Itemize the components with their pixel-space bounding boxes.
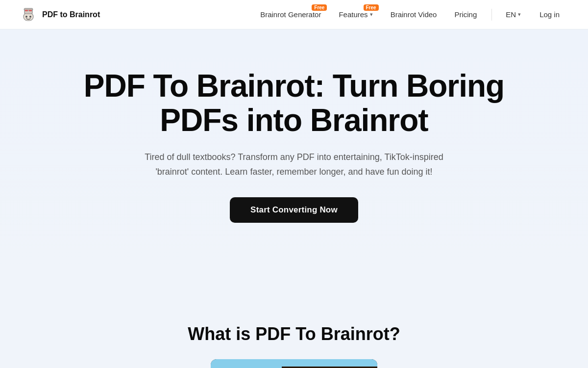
nav-links: Free Brainrot Generator Free Features ▾ …: [253, 7, 568, 22]
nav-label-features: Features: [339, 10, 368, 19]
video-preview-svg: [211, 359, 377, 368]
svg-rect-3: [25, 10, 28, 11]
cta-button[interactable]: Start Converting Now: [230, 197, 358, 223]
hero-subtitle: Tired of dull textbooks? Transform any P…: [137, 150, 451, 180]
language-selector[interactable]: EN ▾: [500, 7, 527, 22]
logo-icon: [20, 6, 37, 24]
nav-label-pricing: Pricing: [454, 10, 477, 19]
badge-free-generator: Free: [312, 4, 327, 11]
lang-chevron-icon: ▾: [518, 11, 521, 18]
what-section: What is PDF To Brainrot?: [0, 299, 588, 368]
hero-section: PDF To Brainrot: Turn Boring PDFs into B…: [0, 29, 588, 299]
nav-item-pricing[interactable]: Pricing: [447, 7, 484, 22]
navbar: PDF to Brainrot Free Brainrot Generator …: [0, 0, 588, 29]
brand-name: PDF to Brainrot: [42, 10, 100, 19]
nav-item-brainrot-generator[interactable]: Free Brainrot Generator: [253, 7, 328, 22]
nav-divider: [491, 9, 492, 21]
badge-free-features: Free: [364, 4, 379, 11]
language-label: EN: [506, 10, 516, 19]
nav-label-brainrot-video: Brainrot Video: [391, 10, 437, 19]
nav-label-brainrot-generator: Brainrot Generator: [260, 10, 321, 19]
svg-rect-4: [29, 10, 32, 11]
login-button[interactable]: Log in: [531, 7, 568, 22]
nav-item-features[interactable]: Free Features ▾: [332, 7, 379, 22]
video-preview[interactable]: [211, 359, 377, 368]
what-section-title: What is PDF To Brainrot?: [20, 324, 568, 344]
logo-link[interactable]: PDF to Brainrot: [20, 6, 100, 24]
svg-point-5: [25, 16, 27, 18]
nav-item-brainrot-video[interactable]: Brainrot Video: [384, 7, 444, 22]
chevron-down-icon: ▾: [370, 11, 373, 18]
svg-point-6: [29, 16, 31, 18]
hero-title: PDF To Brainrot: Turn Boring PDFs into B…: [74, 69, 514, 138]
